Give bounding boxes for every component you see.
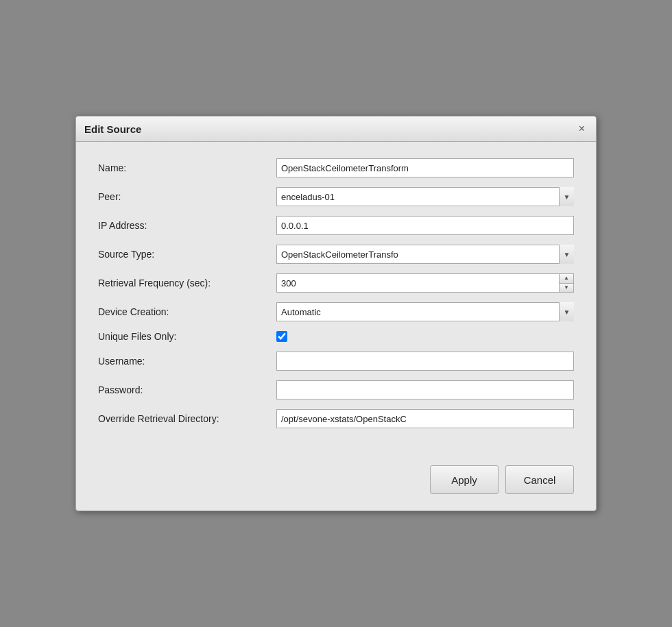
override-dir-control [276, 409, 574, 428]
retrieval-freq-control: ▲ ▼ [276, 273, 574, 293]
password-label: Password: [98, 384, 276, 395]
password-row: Password: [98, 380, 574, 399]
peer-select[interactable]: enceladus-01 [276, 187, 574, 206]
retrieval-freq-input[interactable] [276, 273, 559, 293]
spinner-buttons: ▲ ▼ [559, 273, 574, 293]
device-creation-control: Automatic Manual ▼ [276, 302, 574, 321]
password-control [276, 380, 574, 399]
username-row: Username: [98, 352, 574, 371]
username-label: Username: [98, 356, 276, 367]
name-row: Name: [98, 158, 574, 177]
unique-files-checkbox[interactable] [276, 331, 287, 342]
close-button[interactable]: × [576, 122, 588, 136]
source-type-label: Source Type: [98, 249, 276, 260]
peer-select-wrap: enceladus-01 ▼ [276, 187, 574, 206]
source-type-control: OpenStackCeilometerTransfo ▼ [276, 245, 574, 264]
retrieval-freq-label: Retrieval Frequency (sec): [98, 278, 276, 288]
dialog-footer: Apply Cancel [76, 454, 596, 511]
override-dir-input[interactable] [276, 409, 574, 428]
device-creation-select-wrap: Automatic Manual ▼ [276, 302, 574, 321]
name-input[interactable] [276, 158, 574, 177]
cancel-button[interactable]: Cancel [505, 465, 574, 494]
dialog-body: Name: Peer: enceladus-01 ▼ IP Address: [76, 142, 596, 454]
ip-input[interactable] [276, 216, 574, 235]
dialog-titlebar: Edit Source × [76, 116, 596, 142]
peer-row: Peer: enceladus-01 ▼ [98, 187, 574, 206]
override-dir-row: Override Retrieval Directory: [98, 409, 574, 428]
unique-files-checkbox-wrap [276, 331, 574, 342]
source-type-row: Source Type: OpenStackCeilometerTransfo … [98, 245, 574, 264]
override-dir-label: Override Retrieval Directory: [98, 413, 276, 424]
device-creation-select[interactable]: Automatic Manual [276, 302, 574, 321]
name-label: Name: [98, 162, 276, 173]
ip-row: IP Address: [98, 216, 574, 235]
username-control [276, 352, 574, 371]
username-input[interactable] [276, 352, 574, 371]
device-creation-row: Device Creation: Automatic Manual ▼ [98, 302, 574, 321]
retrieval-freq-row: Retrieval Frequency (sec): ▲ ▼ [98, 273, 574, 293]
source-type-select[interactable]: OpenStackCeilometerTransfo [276, 245, 574, 264]
ip-control [276, 216, 574, 235]
name-control [276, 158, 574, 177]
spinner-down-button[interactable]: ▼ [560, 284, 573, 293]
device-creation-label: Device Creation: [98, 306, 276, 317]
spinner-up-button[interactable]: ▲ [560, 274, 573, 284]
edit-source-dialog: Edit Source × Name: Peer: enceladus-01 ▼ [75, 116, 597, 511]
retrieval-freq-spinner: ▲ ▼ [276, 273, 574, 293]
apply-button[interactable]: Apply [430, 465, 499, 494]
password-input[interactable] [276, 380, 574, 399]
ip-label: IP Address: [98, 220, 276, 231]
peer-control: enceladus-01 ▼ [276, 187, 574, 206]
peer-label: Peer: [98, 191, 276, 202]
source-type-select-wrap: OpenStackCeilometerTransfo ▼ [276, 245, 574, 264]
unique-files-label: Unique Files Only: [98, 331, 276, 342]
unique-files-control [276, 331, 574, 342]
dialog-title: Edit Source [84, 123, 141, 135]
unique-files-row: Unique Files Only: [98, 331, 574, 342]
